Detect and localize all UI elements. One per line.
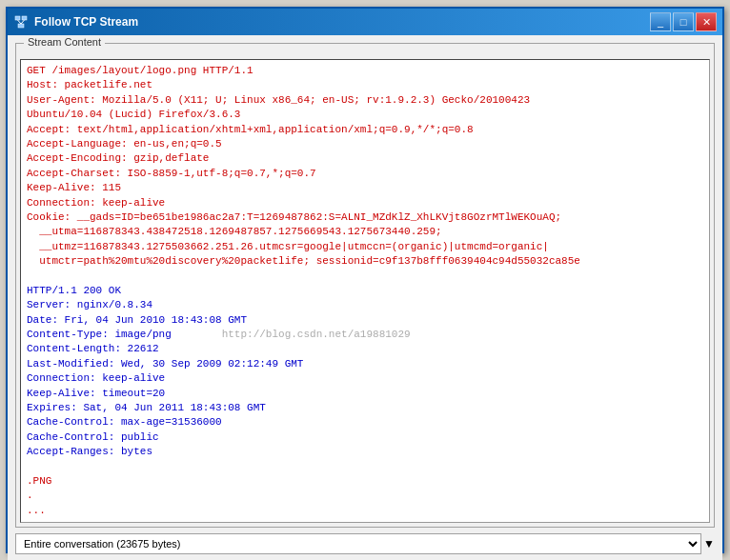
svg-rect-1 [22,16,27,20]
watermark-text: http://blog.csdn.net/a19881029 [172,329,411,340]
dropdown-row: Entire conversation (23675 bytes) ▼ [15,533,715,554]
stream-content-group: Stream Content GET /images/layout/logo.p… [15,43,715,528]
group-legend: Stream Content [24,36,105,48]
dropdown-arrow-icon: ▼ [703,537,715,550]
svg-line-4 [21,20,25,24]
title-bar: Follow TCP Stream _ □ ✕ [8,9,722,35]
conversation-select[interactable]: Entire conversation (23675 bytes) [15,533,701,554]
bottom-controls: Entire conversation (23675 bytes) ▼ Find… [15,533,715,560]
window-title: Follow TCP Stream [34,15,138,29]
request-line-6: Accept-Language: en-us,en;q=0.5 [27,137,703,151]
request-line-11: Cookie: __gads=ID=be651be1986ac2a7:T=126… [27,210,703,225]
binary-line-2: . [27,489,703,503]
svg-line-3 [18,20,22,24]
request-line-13: __utmz=116878343.1275503662.251.26.utmcs… [27,240,703,254]
request-line-14: utmctr=path%20mtu%20discovery%20packetli… [27,254,703,269]
svg-rect-0 [15,16,20,20]
response-line-5: Content-Length: 22612 [27,342,703,356]
response-line-9: Expires: Sat, 04 Jun 2011 18:43:08 GMT [27,401,703,415]
request-line-3: User-Agent: Mozilla/5.0 (X11; U; Linux x… [27,93,703,108]
request-line-9: Keep-Alive: 115 [27,181,703,195]
response-line-8: Keep-Alive: timeout=20 [27,387,703,401]
title-bar-left: Follow TCP Stream [13,14,138,30]
request-line-2: Host: packetlife.net [27,78,703,92]
maximize-button[interactable]: □ [673,12,694,31]
response-line-2: Server: nginx/0.8.34 [27,298,703,312]
main-window: Follow TCP Stream _ □ ✕ Stream Content G… [6,7,724,553]
request-line-8: Accept-Charset: ISO-8859-1,utf-8;q=0.7,*… [27,167,703,181]
request-line-7: Accept-Encoding: gzip,deflate [27,151,703,166]
blank-line-1 [27,269,703,283]
response-line-4: Content-Type: image/png http://blog.csdn… [27,328,703,342]
request-line-4: Ubuntu/10.04 (Lucid) Firefox/3.6.3 [27,108,703,122]
response-line-7: Connection: keep-alive [27,371,703,386]
window-body: Stream Content GET /images/layout/logo.p… [8,35,722,560]
network-icon [13,14,29,30]
request-line-5: Accept: text/html,application/xhtml+xml,… [27,123,703,137]
response-line-1: HTTP/1.1 200 OK [27,284,703,298]
response-line-10: Cache-Control: max-age=31536000 [27,415,703,430]
response-line-6: Last-Modified: Wed, 30 Sep 2009 02:12:49… [27,357,703,371]
response-line-3: Date: Fri, 04 Jun 2010 18:43:08 GMT [27,313,703,328]
binary-line-3: ... [27,504,703,518]
response-line-11: Cache-Control: public [27,430,703,445]
response-line-12: Accept-Ranges: bytes [27,445,703,459]
request-line-10: Connection: keep-alive [27,196,703,210]
stream-content-area[interactable]: GET /images/layout/logo.png HTTP/1.1 Hos… [20,59,710,523]
svg-rect-2 [18,24,24,28]
minimize-button[interactable]: _ [650,12,671,31]
title-controls: _ □ ✕ [650,12,717,31]
request-line-12: __utma=116878343.438472518.1269487857.12… [27,225,703,239]
blank-line-2 [27,460,703,474]
close-title-button[interactable]: ✕ [696,12,717,31]
binary-line-1: .PNG [27,474,703,489]
request-line-1: GET /images/layout/logo.png HTTP/1.1 [27,64,703,78]
